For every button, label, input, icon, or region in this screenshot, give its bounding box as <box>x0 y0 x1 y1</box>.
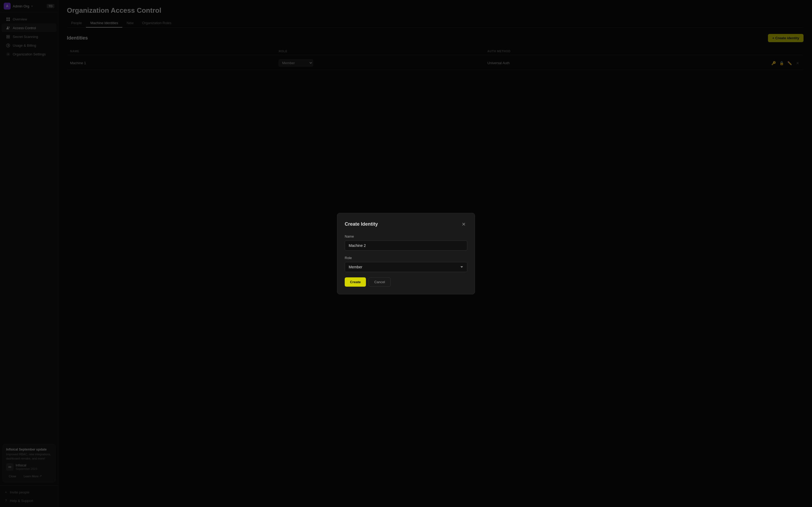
name-input[interactable] <box>345 240 467 250</box>
modal-create-button[interactable]: Create <box>345 277 366 287</box>
modal-close-button[interactable]: ✕ <box>460 221 467 228</box>
modal-title: Create Identity <box>345 221 378 227</box>
create-identity-modal: Create Identity ✕ Name Role Member Admin… <box>337 213 475 294</box>
modal-overlay[interactable]: Create Identity ✕ Name Role Member Admin… <box>0 0 812 507</box>
modal-actions: Create Cancel <box>345 277 467 287</box>
role-form-group: Role Member Admin Viewer <box>345 256 467 272</box>
role-select[interactable]: Member Admin Viewer <box>345 262 467 272</box>
modal-cancel-button[interactable]: Cancel <box>368 277 390 287</box>
role-label: Role <box>345 256 467 260</box>
name-form-group: Name <box>345 234 467 250</box>
name-label: Name <box>345 234 467 238</box>
modal-header: Create Identity ✕ <box>345 221 467 228</box>
